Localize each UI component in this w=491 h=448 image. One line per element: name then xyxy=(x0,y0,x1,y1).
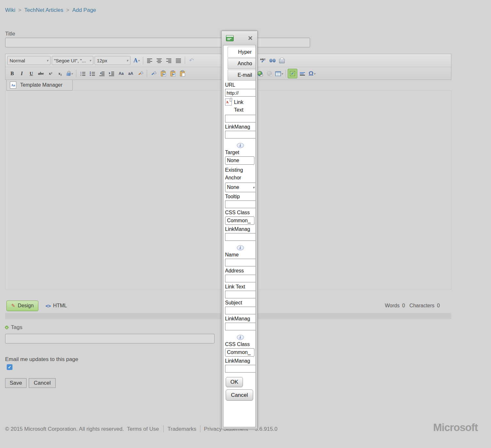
strikethrough-button[interactable]: abc xyxy=(36,69,45,78)
existing-anchor-value: None xyxy=(227,185,239,190)
outdent-icon xyxy=(99,71,105,76)
align-left-button[interactable] xyxy=(145,56,154,65)
tags-input[interactable] xyxy=(5,334,214,343)
link-text-input[interactable] xyxy=(225,115,256,122)
toolbar-separator xyxy=(285,70,286,77)
align-justify-button[interactable] xyxy=(174,56,183,65)
underline-button[interactable]: U xyxy=(27,69,36,78)
font-size-dropdown[interactable]: 12px▾ xyxy=(95,56,130,65)
linkmanager-input[interactable] xyxy=(225,323,256,330)
email-css-class-dropdown[interactable]: Common_ xyxy=(225,348,254,357)
paint-bucket-icon xyxy=(66,73,71,76)
dialog-cancel-button[interactable]: Cancel xyxy=(226,389,253,401)
font-color-button[interactable]: A▾ xyxy=(132,56,141,65)
css-class-dropdown[interactable]: Common_ xyxy=(225,216,254,225)
italic-icon: I xyxy=(21,71,23,76)
highlight-color-button[interactable]: ▾ xyxy=(65,69,74,78)
align-right-icon xyxy=(166,58,171,63)
italic-button[interactable]: I xyxy=(17,69,26,78)
email-updates-checkbox[interactable]: ✓ xyxy=(7,364,12,370)
address-label: Address xyxy=(225,268,255,274)
dialog-tabs: Hyper Ancho E-mail xyxy=(228,47,255,81)
subscript-button[interactable]: x₂ xyxy=(56,69,65,78)
dialog-ok-button[interactable]: OK xyxy=(226,377,243,387)
name-input[interactable] xyxy=(225,259,256,266)
toggle-borders-icon: ✓ xyxy=(290,71,295,76)
numbered-list-button[interactable] xyxy=(88,69,97,78)
linkmanager-input[interactable] xyxy=(225,365,256,373)
format-painter-button[interactable] xyxy=(149,69,158,78)
link-text-row: A Link Text xyxy=(225,98,255,114)
email-updates-label: Email me updates to this page xyxy=(5,356,78,363)
find-button[interactable] xyxy=(268,56,277,65)
toggle-table-borders-button[interactable]: ✓ xyxy=(288,69,297,78)
tooltip-input[interactable] xyxy=(225,200,256,208)
page: Wiki > TechNet Articles > Add Page Title… xyxy=(0,0,491,448)
tab-html[interactable]: <> HTML xyxy=(41,301,71,311)
uppercase-button[interactable]: aA xyxy=(126,69,135,78)
paste-from-word-button[interactable]: W xyxy=(159,69,168,78)
breadcrumb-technet-articles[interactable]: TechNet Articles xyxy=(24,7,63,13)
footer-separator xyxy=(163,425,164,432)
tab-anchor[interactable]: Ancho xyxy=(228,58,256,69)
address-input[interactable] xyxy=(225,275,256,282)
bullet-list-button[interactable] xyxy=(78,69,87,78)
special-character-button[interactable]: Ω▾ xyxy=(308,69,316,78)
save-button[interactable]: Save xyxy=(5,378,27,388)
target-dropdown[interactable]: None xyxy=(225,156,254,165)
tab-email[interactable]: E-mail xyxy=(228,70,256,81)
insert-table-button[interactable]: ▾ xyxy=(275,69,284,78)
bold-icon: B xyxy=(11,71,14,76)
align-right-button[interactable] xyxy=(164,56,173,65)
strip-formatting-button[interactable] xyxy=(136,69,145,78)
pencil-icon: ✎ xyxy=(11,303,15,309)
tab-hyperlink[interactable]: Hyper xyxy=(228,47,256,58)
breadcrumb-wiki[interactable]: Wiki xyxy=(5,7,15,13)
name-label: Name xyxy=(225,252,255,258)
horizontal-rule-button[interactable] xyxy=(298,69,307,78)
existing-anchor-dropdown[interactable]: None▾ xyxy=(225,183,256,192)
footer-link-terms[interactable]: Terms of Use xyxy=(127,426,159,432)
breadcrumb-add-page[interactable]: Add Page xyxy=(72,7,96,13)
indent-button[interactable] xyxy=(107,69,116,78)
chevron-down-icon: ▾ xyxy=(253,185,254,190)
toolbar-separator xyxy=(143,57,143,64)
paste-from-word-clean-button[interactable]: W xyxy=(168,69,177,78)
chevron-down-icon: ▾ xyxy=(71,72,73,75)
linkmanager-input[interactable] xyxy=(225,131,256,138)
undo-button[interactable]: ↶ xyxy=(187,56,196,65)
url-label: URL xyxy=(225,82,255,88)
tab-design[interactable]: ✎ Design xyxy=(6,301,38,311)
linkmanager-label: LinkManag xyxy=(225,124,255,130)
url-input[interactable] xyxy=(225,89,256,97)
cancel-button[interactable]: Cancel xyxy=(29,378,56,388)
linkmanager-input[interactable] xyxy=(225,233,256,241)
superscript-button[interactable]: x² xyxy=(46,69,55,78)
subject-label: Subject xyxy=(225,300,255,306)
font-family-dropdown[interactable]: "Segoe UI", "...▾ xyxy=(52,56,93,65)
title-input[interactable] xyxy=(5,38,310,47)
subject-input[interactable] xyxy=(225,307,256,314)
bold-button[interactable]: B xyxy=(8,69,17,78)
microsoft-logo: Microsoft xyxy=(433,421,478,434)
outdent-button[interactable] xyxy=(97,69,106,78)
dialog-title-bar[interactable]: ✕ xyxy=(222,31,257,45)
print-button[interactable] xyxy=(277,56,286,65)
footer-version: 5.6.915.0 xyxy=(255,426,277,432)
tooltip-label: Tooltip xyxy=(225,194,255,200)
close-icon[interactable]: ✕ xyxy=(248,35,253,42)
align-center-icon xyxy=(157,58,162,63)
paragraph-style-dropdown[interactable]: Normal▾ xyxy=(7,56,51,65)
spellcheck-button[interactable]: ABC✓ xyxy=(258,56,267,65)
unlink-button[interactable] xyxy=(265,69,274,78)
font-family-value: "Segoe UI", "... xyxy=(54,58,86,63)
dialog-window-icon xyxy=(226,35,234,41)
target-label: Target xyxy=(225,150,255,155)
align-center-button[interactable] xyxy=(155,56,164,65)
css-class-label: CSS Class xyxy=(225,210,255,216)
template-manager-button[interactable]: Aa Template Manager xyxy=(6,80,73,90)
paste-plain-text-button[interactable] xyxy=(178,69,187,78)
footer-link-trademarks[interactable]: Trademarks xyxy=(168,426,196,432)
email-link-text-input[interactable] xyxy=(225,291,256,298)
lowercase-button[interactable]: Aa xyxy=(117,69,126,78)
